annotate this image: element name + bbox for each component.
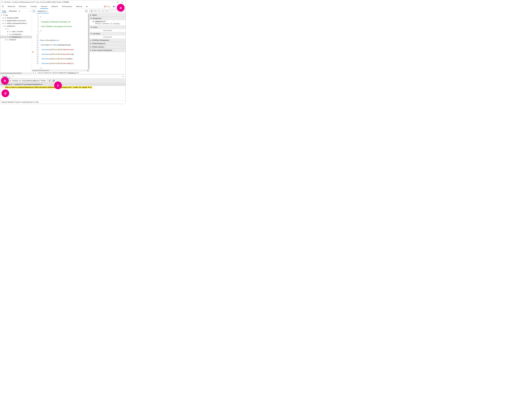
tabs-overflow-icon[interactable] [85,5,88,8]
callout-b: b [1,77,9,85]
step-over-icon[interactable] [94,10,97,13]
section-global[interactable]: Global Listeners [89,45,126,49]
subtab-filesystem[interactable]: Filesystem [8,9,18,13]
search-result-file[interactable]: taskpane.js — webpack:///./src/taskpane/… [0,83,126,86]
search-input[interactable] [4,79,47,82]
tab-memory[interactable]: Memory [74,4,84,9]
section-dom[interactable]: DOM Breakpoints [89,42,126,45]
clear-icon[interactable] [52,79,55,82]
section-breakpoints[interactable]: Breakpoints [89,17,126,20]
subtab-overflow-icon[interactable] [19,10,20,12]
step-out-icon[interactable] [101,10,104,13]
svg-rect-20 [91,11,92,12]
breakpoint-marker-icon[interactable] [32,51,33,53]
tab-performance[interactable]: Performance [60,4,74,9]
svg-rect-29 [3,14,4,16]
step-into-icon[interactable] [98,10,101,13]
inspect-element-icon[interactable] [1,5,4,8]
folder-icon [7,28,9,30]
warning-count: 1 [109,6,110,7]
navigator-toggle-icon[interactable] [33,10,35,13]
tree-item[interactable]: ▶webpack [0,38,32,41]
tree-item[interactable]: ▶localhost:3000 [0,17,32,19]
code-body[interactable]: /* * Copyright (c) Microsoft Corporation… [39,13,88,69]
open-file-name: taskpane.js [38,10,46,12]
tree-item[interactable]: ▶appsforoffice.microsoft.c [0,19,32,22]
open-file-tab[interactable]: taskpane.js × [36,9,49,13]
section-xhr[interactable]: XHR/fetch Breakpoints [89,39,126,42]
step-icon[interactable] [105,10,108,13]
window-title: DevTools - localhost:3000/taskpane.html?… [4,1,69,3]
callout-c: c [54,81,62,89]
editor-hscrollbar[interactable]: ▶ [32,69,89,71]
code-editor: 12345678910111213141516 17 1819202122 /*… [32,13,89,74]
close-drawer-icon[interactable]: × [121,75,125,78]
folder-icon [9,31,11,33]
tree-item[interactable]: ▼webpack:// [0,25,32,27]
section-callstack[interactable]: Call Stack [89,32,126,35]
editor-vscrollbar[interactable] [88,13,89,69]
breakpoint-checkbox[interactable] [93,21,94,22]
pretty-print-icon[interactable]: { } [33,72,36,74]
svg-point-15 [30,11,30,11]
tree-item[interactable]: ▼src/taskpane [0,33,32,36]
info-count: 1 [115,6,116,7]
close-button[interactable] [120,1,125,4]
breakpoint-code: Office.context.ui.displa… [95,23,125,25]
main-tabstrip: Welcome Elements Console Sources Network… [0,4,126,9]
error-count: 1 [106,6,107,7]
tree-item[interactable]: ▶static2.sharepointonline.c [0,22,32,25]
svg-rect-10 [113,6,114,7]
cloud-icon [4,22,6,24]
close-file-icon[interactable]: × [47,10,48,12]
drawer: Search × + × .* taskpane.js — webpack://… [0,74,126,104]
svg-rect-6 [2,6,3,7]
breakpoint-item[interactable]: taskpane.js:17 Office.context.ui.displa… [89,20,126,26]
debugger-panel: Watch Breakpoints taskpane.js:17 Office.… [89,13,126,74]
sidebar-more-icon[interactable] [29,10,31,12]
refresh-icon[interactable] [48,79,51,82]
line-gutter[interactable]: 12345678910111213141516 17 1819202122 [35,13,39,69]
debugger-toggle-icon[interactable] [85,10,88,13]
tab-sources[interactable]: Sources [39,4,49,9]
folder-icon [7,39,9,41]
tree-item[interactable]: ▼. [0,27,32,30]
svg-line-32 [53,80,54,81]
cloud-icon [4,17,6,19]
source-map-label: (source mapped from taskpane.js) Co [53,72,79,74]
error-icon [104,6,106,7]
folder-icon [9,33,11,35]
svg-point-17 [31,11,31,11]
tab-network[interactable]: Network [50,4,60,9]
maximize-button[interactable] [115,1,120,4]
tree-item[interactable]: ▶node_modules [0,30,32,33]
close-tab-icon[interactable]: × [9,75,10,77]
minimize-button[interactable] [111,1,115,4]
sidebar-scrollbar[interactable] [0,72,32,74]
info-badge[interactable]: 1 [112,5,117,7]
scope-body: Not paused [89,29,126,32]
cloud-icon [4,25,6,27]
section-event[interactable]: Event Listener Breakpoints [89,49,126,52]
callout-d: d [1,89,9,97]
tab-welcome[interactable]: Welcome [6,4,17,9]
tree-root[interactable]: ▼top [0,14,32,17]
error-warn-badge[interactable]: 1 1 [103,5,111,7]
section-scope[interactable]: Scope [89,26,126,29]
svg-point-24 [99,12,100,12]
svg-point-22 [95,12,96,12]
svg-point-16 [30,11,31,11]
result-text: Office.context.ui.displayDialogAsync("ht… [5,86,92,88]
add-drawer-tab-icon[interactable]: + [11,75,14,78]
subtab-page[interactable]: Page [1,9,7,13]
callstack-body: Not paused [89,35,126,39]
tab-console[interactable]: Console [29,4,39,9]
svg-rect-21 [92,11,92,12]
search-result-line[interactable]: 17 Office.context.ui.displayDialogAsync(… [0,86,126,89]
titlebar: DevTools - localhost:3000/taskpane.html?… [0,0,126,4]
navigator-sidebar: ▼top ▶localhost:3000 ▶appsforoffice.micr… [0,13,32,74]
section-watch[interactable]: Watch [89,13,126,17]
pause-icon[interactable] [90,10,93,13]
tree-item-selected[interactable]: taskpane.js [0,36,32,38]
tab-elements[interactable]: Elements [17,4,28,9]
